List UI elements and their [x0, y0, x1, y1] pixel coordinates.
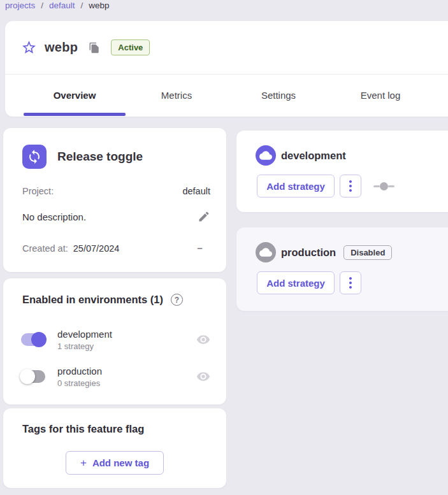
created-at-label: Created at:: [22, 243, 68, 254]
plus-icon: +: [80, 457, 87, 470]
view-environment-button[interactable]: [196, 333, 210, 347]
description-row: No description.: [22, 210, 210, 223]
panel-header: development: [256, 145, 346, 166]
kebab-icon: [349, 180, 352, 183]
more-options-button[interactable]: [340, 271, 361, 294]
pencil-icon: [198, 210, 210, 223]
edit-description-button[interactable]: [198, 210, 210, 223]
project-row: Project: default: [22, 186, 210, 196]
eye-icon: [196, 333, 210, 347]
cloud-icon: [256, 145, 276, 166]
release-toggle-icon: [22, 145, 47, 169]
environments-card-title: Enabled in environments (1): [22, 294, 163, 306]
add-strategy-button[interactable]: Add strategy: [257, 175, 335, 197]
toggle-knob: [31, 332, 47, 347]
panel-actions: Add strategy: [257, 175, 394, 197]
page-title: webp: [45, 40, 78, 55]
tab-bar: Overview Metrics Settings Event log: [5, 75, 448, 116]
environment-name: production: [57, 366, 196, 377]
star-icon: [21, 39, 37, 55]
tags-card-title: Tags for this feature flag: [22, 423, 144, 435]
tags-card: Tags for this feature flag + Add new tag: [3, 408, 226, 488]
toggle-knob: [20, 369, 35, 384]
panel-environment-name: production: [281, 247, 336, 259]
panel-header: production Disabled: [256, 242, 392, 262]
breadcrumb-separator: /: [41, 1, 43, 10]
copy-name-button[interactable]: [89, 42, 100, 54]
tab-metrics[interactable]: Metrics: [126, 75, 228, 116]
breadcrumb-default-link[interactable]: default: [49, 1, 75, 10]
flag-title-row: webp Active: [5, 21, 448, 75]
tab-settings[interactable]: Settings: [228, 75, 329, 116]
environment-strategy-count: 0 strategies: [57, 378, 196, 388]
enabled-environments-card: Enabled in environments (1) ? developmen…: [3, 278, 226, 405]
flag-details-card: Release toggle Project: default No descr…: [3, 128, 226, 272]
add-new-tag-button[interactable]: + Add new tag: [66, 451, 164, 475]
view-environment-button[interactable]: [196, 369, 210, 384]
breadcrumb-separator: /: [81, 1, 83, 10]
flag-type-row: Release toggle: [22, 145, 210, 169]
production-environment-panel: production Disabled Add strategy: [236, 227, 448, 311]
breadcrumb-projects-link[interactable]: projects: [5, 1, 35, 10]
created-at-row: Created at: 25/07/2024 −: [22, 243, 210, 254]
add-strategy-button[interactable]: Add strategy: [257, 271, 335, 294]
tab-event-log[interactable]: Event log: [329, 75, 431, 116]
development-toggle[interactable]: [21, 333, 45, 346]
project-label: Project:: [22, 186, 54, 196]
environment-row-production: production 0 strategies: [21, 361, 210, 392]
cloud-icon: [256, 242, 276, 262]
breadcrumb: projects / default / webp: [5, 1, 110, 10]
environment-row-development: development 1 strategy: [21, 324, 210, 355]
flag-type-title: Release toggle: [57, 150, 143, 164]
kebab-icon: [349, 277, 352, 280]
disabled-badge: Disabled: [343, 245, 392, 260]
status-badge: Active: [111, 39, 150, 55]
tab-overview[interactable]: Overview: [24, 75, 126, 116]
environments-card-header: Enabled in environments (1) ?: [22, 294, 183, 306]
more-options-button[interactable]: [340, 175, 361, 197]
environment-name: development: [57, 329, 196, 340]
production-toggle[interactable]: [21, 370, 45, 383]
favorite-button[interactable]: [21, 39, 37, 55]
project-value: default: [182, 186, 210, 196]
copy-icon: [89, 42, 100, 54]
created-at-value: 25/07/2024: [73, 243, 120, 254]
add-new-tag-label: Add new tag: [92, 457, 149, 468]
panel-actions: Add strategy: [257, 271, 361, 294]
strategy-connector-icon: [373, 182, 394, 190]
environment-strategy-count: 1 strategy: [57, 341, 196, 351]
description-text: No description.: [22, 212, 86, 222]
panel-environment-name: development: [281, 150, 346, 162]
eye-icon: [196, 369, 210, 384]
minus-indicator: −: [197, 243, 210, 254]
breadcrumb-current: webp: [89, 1, 109, 10]
help-icon[interactable]: ?: [171, 294, 183, 306]
flag-header-card: webp Active Overview Metrics Settings Ev…: [5, 21, 448, 117]
development-environment-panel: development Add strategy: [236, 131, 448, 212]
